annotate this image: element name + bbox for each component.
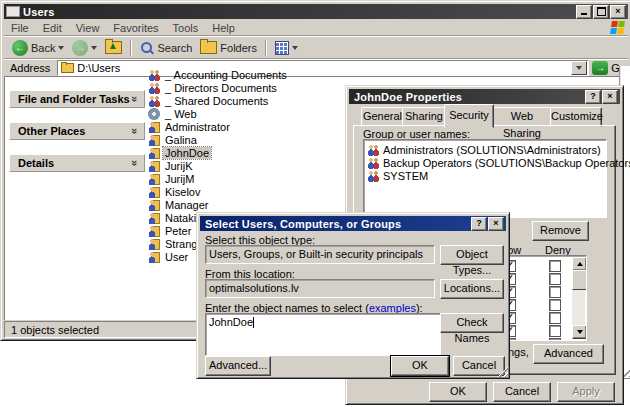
deny-checkbox[interactable] bbox=[549, 260, 561, 272]
address-dropdown-button[interactable] bbox=[571, 61, 587, 75]
list-item[interactable]: SYSTEM bbox=[367, 169, 428, 182]
object-names-input[interactable]: JohnDoe bbox=[205, 313, 441, 356]
help-icon[interactable]: ? bbox=[585, 90, 601, 104]
advanced-note-fragment: ngs, bbox=[508, 346, 529, 358]
close-icon[interactable]: × bbox=[488, 217, 504, 231]
tab-customize[interactable]: Customize bbox=[550, 107, 602, 127]
deny-checkbox[interactable] bbox=[549, 325, 561, 337]
user-folder-icon bbox=[148, 238, 160, 250]
file-item[interactable]: Administrator bbox=[148, 120, 232, 133]
deny-checkbox[interactable] bbox=[549, 338, 561, 341]
tab-web-sharing[interactable]: Web Sharing bbox=[492, 107, 552, 127]
deny-checkbox[interactable] bbox=[549, 312, 561, 324]
search-button[interactable]: Search bbox=[136, 38, 196, 57]
address-label: Address bbox=[6, 62, 54, 74]
menu-help[interactable]: Help bbox=[205, 22, 242, 34]
tab-general[interactable]: General bbox=[361, 107, 404, 127]
maximize-button[interactable] bbox=[593, 5, 609, 19]
back-dropdown-icon[interactable] bbox=[58, 46, 64, 50]
file-item[interactable]: JurijK bbox=[148, 159, 195, 172]
file-item[interactable]: Kiselov bbox=[148, 185, 202, 198]
task-section-file-folder-tasks[interactable]: File and Folder Tasks » bbox=[9, 90, 145, 108]
shared-folder-icon bbox=[148, 69, 160, 81]
users-group-icon bbox=[367, 144, 379, 156]
close-icon[interactable]: × bbox=[610, 5, 626, 19]
toolbar: ← Back → Search Folders bbox=[4, 36, 628, 59]
object-type-field: Users, Groups, or Built-in security prin… bbox=[205, 245, 435, 264]
tab-sharing[interactable]: Sharing bbox=[402, 107, 446, 127]
file-item[interactable]: _ Shared Documents bbox=[148, 94, 270, 107]
scrollbar-thumb[interactable] bbox=[572, 270, 587, 290]
go-icon[interactable]: → bbox=[592, 61, 608, 75]
forward-button[interactable]: → bbox=[68, 38, 101, 57]
file-item[interactable]: _ Web bbox=[148, 107, 199, 120]
file-item-selected[interactable]: JohnDoe bbox=[148, 146, 211, 159]
web-gear-icon bbox=[148, 108, 160, 120]
list-item[interactable]: Backup Operators (SOLUTIONS\Backup Opera… bbox=[367, 156, 630, 169]
locations-button[interactable]: Locations... bbox=[440, 279, 504, 299]
ok-button[interactable]: OK bbox=[391, 356, 449, 376]
advanced-button[interactable]: Advanced bbox=[533, 344, 604, 364]
toolbar-separator bbox=[265, 40, 267, 56]
user-folder-icon bbox=[148, 186, 160, 198]
menu-tools[interactable]: Tools bbox=[166, 22, 206, 34]
user-folder-icon bbox=[148, 212, 160, 224]
folders-button[interactable]: Folders bbox=[196, 38, 261, 57]
task-section-details[interactable]: Details » bbox=[9, 154, 145, 172]
chevron-expand-icon: » bbox=[129, 96, 141, 102]
address-folder-icon bbox=[61, 63, 74, 73]
shared-folder-icon bbox=[148, 82, 160, 94]
location-field: optimalsolutions.lv bbox=[205, 279, 435, 298]
cancel-button[interactable]: Cancel bbox=[493, 382, 551, 402]
file-item[interactable]: _ Accounting Documents bbox=[148, 68, 289, 81]
address-combo[interactable]: D:\Users bbox=[57, 60, 589, 76]
user-folder-icon bbox=[148, 121, 160, 133]
scroll-up-icon[interactable] bbox=[572, 257, 587, 271]
deny-checkbox[interactable] bbox=[549, 286, 561, 298]
object-types-button[interactable]: Object Types... bbox=[440, 245, 504, 265]
scroll-down-icon[interactable] bbox=[572, 325, 587, 339]
help-icon[interactable]: ? bbox=[471, 217, 487, 231]
file-item[interactable]: Nataki bbox=[148, 211, 198, 224]
file-item[interactable]: Galina bbox=[148, 133, 199, 146]
back-icon: ← bbox=[12, 40, 28, 56]
file-item[interactable]: _ Directors Documents bbox=[148, 81, 279, 94]
cancel-button[interactable]: Cancel bbox=[453, 356, 505, 376]
file-item[interactable]: User bbox=[148, 250, 190, 263]
menu-view[interactable]: View bbox=[69, 22, 107, 34]
views-dropdown-icon[interactable] bbox=[292, 46, 298, 50]
deny-checkbox[interactable] bbox=[549, 299, 561, 311]
advanced-button[interactable]: Advanced... bbox=[205, 356, 271, 376]
menu-file[interactable]: File bbox=[4, 22, 36, 34]
chevron-expand-icon: » bbox=[129, 128, 141, 134]
forward-dropdown-icon[interactable] bbox=[91, 46, 97, 50]
menu-bar: File Edit View Favorites Tools Help bbox=[4, 20, 628, 36]
apply-button[interactable]: Apply bbox=[557, 382, 615, 402]
tab-security[interactable]: Security bbox=[444, 104, 494, 128]
views-button[interactable] bbox=[271, 38, 302, 57]
back-button[interactable]: ← Back bbox=[8, 38, 68, 57]
list-item[interactable]: Administrators (SOLUTIONS\Administrators… bbox=[367, 143, 601, 156]
minimize-button[interactable] bbox=[576, 5, 592, 19]
menu-favorites[interactable]: Favorites bbox=[106, 22, 165, 34]
remove-button[interactable]: Remove bbox=[532, 221, 589, 241]
close-icon[interactable]: × bbox=[602, 90, 618, 104]
dialog-title: JohnDoe Properties bbox=[351, 91, 584, 103]
scrollbar[interactable] bbox=[572, 257, 585, 339]
explorer-titlebar[interactable]: Users × bbox=[4, 4, 628, 19]
file-item[interactable]: Peter bbox=[148, 224, 193, 237]
user-folder-icon bbox=[148, 251, 160, 263]
task-section-other-places[interactable]: Other Places » bbox=[9, 122, 145, 140]
deny-checkbox[interactable] bbox=[549, 273, 561, 285]
folders-icon bbox=[200, 41, 217, 54]
ok-button[interactable]: OK bbox=[429, 382, 487, 402]
check-names-button[interactable]: Check Names bbox=[440, 313, 504, 333]
properties-titlebar[interactable]: JohnDoe Properties ? × bbox=[349, 89, 620, 104]
menu-edit[interactable]: Edit bbox=[36, 22, 69, 34]
windows-logo-icon bbox=[610, 21, 625, 34]
file-item[interactable]: Manager bbox=[148, 198, 210, 211]
up-button[interactable] bbox=[101, 38, 126, 57]
user-folder-icon bbox=[148, 225, 160, 237]
file-item[interactable]: JurijM bbox=[148, 172, 196, 185]
select-dialog-titlebar[interactable]: Select Users, Computers, or Groups ? × bbox=[200, 216, 506, 231]
